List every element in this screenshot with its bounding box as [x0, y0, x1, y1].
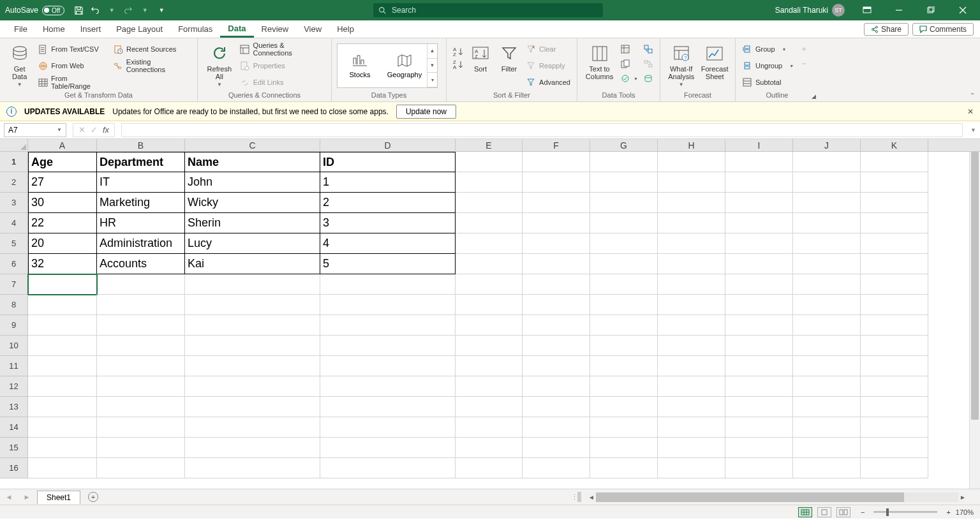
cell-H12[interactable] — [658, 376, 725, 397]
vertical-scrollbar[interactable] — [969, 152, 980, 489]
tab-insert[interactable]: Insert — [73, 20, 109, 38]
cell-H9[interactable] — [658, 315, 725, 336]
cell-E6[interactable] — [456, 254, 523, 274]
from-web-button[interactable]: From Web — [36, 59, 109, 73]
cell-H2[interactable] — [658, 172, 725, 193]
cell-D8[interactable] — [320, 295, 456, 315]
cell-G11[interactable] — [590, 356, 658, 376]
cell-B2[interactable]: IT — [97, 172, 185, 193]
minimize-icon[interactable] — [884, 0, 914, 20]
cell-G7[interactable] — [590, 274, 658, 295]
cell-K1[interactable] — [861, 152, 928, 172]
new-sheet-button[interactable]: + — [88, 492, 98, 502]
autosave-toggle[interactable]: Off — [42, 6, 64, 15]
cell-E4[interactable] — [456, 213, 523, 233]
cell-J16[interactable] — [793, 458, 861, 478]
scrollbar-thumb[interactable] — [971, 152, 979, 420]
cell-H7[interactable] — [658, 274, 725, 295]
chevron-down-icon[interactable]: ▼ — [57, 127, 62, 133]
cell-I10[interactable] — [725, 336, 793, 356]
refresh-all-button[interactable]: Refresh All ▼ — [203, 41, 236, 87]
sort-asc-button[interactable]: AZ — [452, 46, 464, 57]
column-header-B[interactable]: B — [97, 139, 185, 151]
cell-H16[interactable] — [658, 458, 725, 478]
cell-D1[interactable]: ID — [320, 152, 456, 172]
collapse-ribbon-icon[interactable]: ⌃ — [970, 92, 975, 99]
cell-C12[interactable] — [185, 376, 320, 397]
stocks-type[interactable]: Stocks — [338, 44, 382, 87]
cell-J2[interactable] — [793, 172, 861, 193]
grid-body[interactable]: 1AgeDepartmentNameID227ITJohn1330Marketi… — [0, 152, 980, 489]
formula-input[interactable] — [121, 123, 963, 137]
cell-J6[interactable] — [793, 254, 861, 274]
account-control[interactable]: Sandali Tharuki ST — [770, 4, 850, 17]
cell-F9[interactable] — [523, 315, 590, 336]
cell-F14[interactable] — [523, 417, 590, 438]
tab-home[interactable]: Home — [35, 20, 73, 38]
fx-icon[interactable]: fx — [103, 125, 109, 135]
column-header-G[interactable]: G — [590, 139, 658, 151]
cell-C7[interactable] — [185, 274, 320, 295]
cell-B11[interactable] — [97, 356, 185, 376]
cell-F2[interactable] — [523, 172, 590, 193]
sheet-tab-sheet1[interactable]: Sheet1 — [37, 491, 80, 504]
cell-J10[interactable] — [793, 336, 861, 356]
horizontal-scrollbar[interactable]: ◄ ► — [587, 492, 967, 502]
cell-K12[interactable] — [861, 376, 928, 397]
sort-desc-button[interactable]: ZA — [452, 59, 464, 70]
column-header-I[interactable]: I — [725, 139, 793, 151]
zoom-in-button[interactable]: + — [946, 508, 950, 516]
cell-A12[interactable] — [28, 376, 97, 397]
cell-C5[interactable]: Lucy — [185, 233, 320, 254]
cell-B7[interactable] — [97, 274, 185, 295]
outline-dialog-launcher-icon[interactable]: ◢ — [810, 93, 817, 100]
cell-H3[interactable] — [658, 193, 725, 213]
cell-E7[interactable] — [456, 274, 523, 295]
cell-H13[interactable] — [658, 397, 725, 417]
cell-H11[interactable] — [658, 356, 725, 376]
cell-B6[interactable]: Accounts — [97, 254, 185, 274]
cell-E15[interactable] — [456, 438, 523, 458]
cell-C15[interactable] — [185, 438, 320, 458]
redo-dropdown-icon[interactable]: ▼ — [140, 5, 150, 15]
cell-F3[interactable] — [523, 193, 590, 213]
scroll-left-icon[interactable]: ◄ — [587, 494, 596, 501]
cell-K10[interactable] — [861, 336, 928, 356]
cell-I16[interactable] — [725, 458, 793, 478]
cell-B15[interactable] — [97, 438, 185, 458]
view-page-layout-button[interactable] — [817, 507, 831, 517]
gallery-more-icon[interactable]: ▾ — [427, 73, 437, 87]
qat-customize-icon[interactable]: ▼ — [156, 5, 167, 15]
cell-J5[interactable] — [793, 233, 861, 254]
data-validation-button[interactable]: ▼ — [619, 71, 639, 85]
existing-connections-button[interactable]: Existing Connections — [112, 59, 192, 73]
cell-J7[interactable] — [793, 274, 861, 295]
cell-F16[interactable] — [523, 458, 590, 478]
cell-K13[interactable] — [861, 397, 928, 417]
name-box[interactable]: A7▼ — [4, 123, 66, 137]
cell-C11[interactable] — [185, 356, 320, 376]
from-table-button[interactable]: From Table/Range — [36, 75, 109, 89]
cell-I5[interactable] — [725, 233, 793, 254]
tab-view[interactable]: View — [296, 20, 329, 38]
row-header[interactable]: 3 — [0, 193, 28, 213]
cell-F6[interactable] — [523, 254, 590, 274]
scrollbar-thumb[interactable] — [596, 492, 904, 502]
cell-F10[interactable] — [523, 336, 590, 356]
cell-E11[interactable] — [456, 356, 523, 376]
msgbar-close-icon[interactable]: ✕ — [967, 107, 974, 116]
cell-E10[interactable] — [456, 336, 523, 356]
tab-data[interactable]: Data — [220, 20, 253, 38]
cell-I13[interactable] — [725, 397, 793, 417]
cell-G15[interactable] — [590, 438, 658, 458]
cell-A9[interactable] — [28, 315, 97, 336]
cell-A11[interactable] — [28, 356, 97, 376]
cell-A3[interactable]: 30 — [28, 193, 97, 213]
cell-J8[interactable] — [793, 295, 861, 315]
cell-J4[interactable] — [793, 213, 861, 233]
cell-K6[interactable] — [861, 254, 928, 274]
comments-button[interactable]: Comments — [912, 23, 974, 36]
cell-J12[interactable] — [793, 376, 861, 397]
cell-K7[interactable] — [861, 274, 928, 295]
data-types-gallery[interactable]: Stocks Geography ▲▼▾ — [337, 43, 438, 88]
